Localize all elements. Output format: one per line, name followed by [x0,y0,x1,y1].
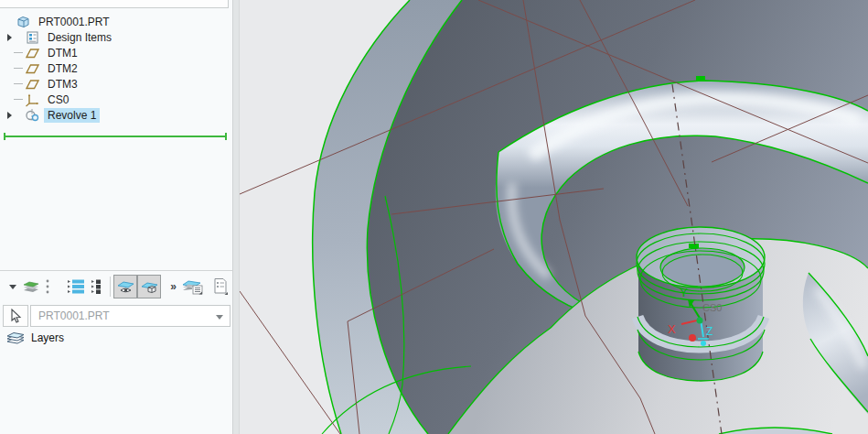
expander-icon[interactable] [5,112,14,119]
cursor-arrow-icon [9,309,22,323]
model-render[interactable]: Y X Z CS0 [240,0,868,434]
tree-node-dtm3[interactable]: DTM3 [0,76,229,92]
expander-icon[interactable] [5,34,14,41]
layer-toolbar: » [0,271,232,302]
y-axis-label: Y [680,286,688,299]
tree-node-label: Design Items [44,30,115,45]
tree-node-root-part[interactable]: PRT0001.PRT [0,14,229,29]
expand-tree-icon [66,278,86,295]
layer-tree-view-button[interactable] [180,275,206,298]
expand-all-button[interactable] [64,275,88,298]
tree-node-dtm2[interactable]: DTM2 [0,60,229,76]
tree-node-label: DTM2 [44,61,81,76]
design-items-icon [25,30,40,45]
3d-viewport[interactable]: Y X Z CS0 [240,0,868,434]
tree-node-label: Revolve 1 [44,108,100,123]
csys-name-label: CS0 [702,302,722,313]
tree-node-cs0[interactable]: CS0 [0,92,229,107]
csys-x-handle[interactable] [689,334,696,342]
tree-node-design-items[interactable]: Design Items [0,29,229,45]
collapse-tree-icon [91,278,105,295]
layer-options-icon [211,277,230,296]
datum-plane-icon [25,77,40,92]
csys-icon [25,92,40,107]
layer-visibility-icon [116,277,135,296]
toggle-layer-items-button[interactable] [137,275,161,298]
tree-filter-box[interactable] [0,0,229,8]
model-tree-panel: PRT0001.PRT Design Items [0,0,232,434]
z-axis-label: Z [706,325,713,338]
layers-label: Layers [31,331,64,344]
select-tool-button[interactable] [3,305,28,327]
revolve-icon [25,108,40,123]
model-tree: PRT0001.PRT Design Items [0,14,229,123]
layer-tree-view-icon [182,277,204,296]
layers-stack-icon [22,278,40,295]
toggle-layer-visibility-button[interactable] [113,275,137,298]
csys-z-handle[interactable] [701,341,706,346]
selection-handle[interactable] [689,244,699,248]
layer-settings-button[interactable] [209,275,232,298]
csys-origin-handle[interactable] [697,318,703,324]
tree-node-label: CS0 [44,92,72,107]
selected-model-name: PRT0001.PRT [38,309,110,322]
datum-plane-icon [25,46,40,60]
layers-icon [6,331,25,345]
tree-node-label: PRT0001.PRT [35,15,113,29]
tree-node-label: DTM3 [44,77,81,92]
layers-stack-button[interactable] [20,275,43,298]
layer-solid-icon [140,277,159,296]
collapse-all-button[interactable] [88,275,107,298]
tree-node-label: DTM1 [44,46,81,60]
part-icon [16,15,31,29]
tree-node-revolve1[interactable]: Revolve 1 [0,107,229,123]
cad-application-window: PRT0001.PRT Design Items [0,0,868,434]
layer-tree-section: » [0,270,232,434]
center-boss[interactable] [637,227,765,381]
model-selector-combo[interactable]: PRT0001.PRT [30,305,230,327]
combo-caret-icon[interactable] [216,315,223,320]
insert-here-line[interactable] [4,135,227,137]
more-options-kebab[interactable] [43,275,52,298]
tree-connector [14,52,25,53]
toolbar-overflow-chevron[interactable]: » [170,280,177,293]
tree-node-dtm1[interactable]: DTM1 [0,45,229,60]
layers-dropdown-button[interactable] [5,275,20,298]
tree-connector [14,83,25,84]
dropdown-caret-icon [8,283,17,290]
layers-root-item[interactable]: Layers [0,331,232,345]
tree-connector [14,99,25,100]
x-axis-label: X [668,322,676,336]
tree-connector [14,68,25,69]
datum-plane-icon [25,61,40,76]
selection-handle[interactable] [696,76,705,81]
panel-splitter[interactable] [232,0,240,434]
kebab-icon [46,279,49,294]
model-selector-row: PRT0001.PRT [3,305,230,327]
